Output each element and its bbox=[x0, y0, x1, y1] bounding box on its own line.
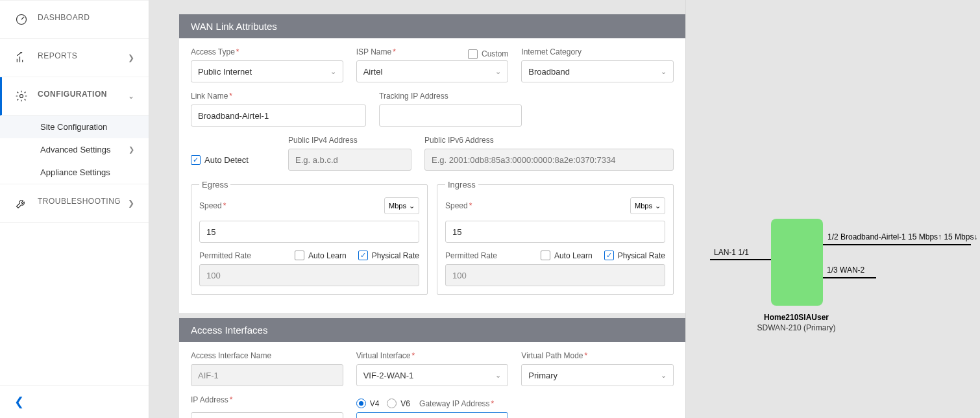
label-ingress-permitted: Permitted Rate bbox=[445, 251, 497, 260]
device-box[interactable] bbox=[771, 219, 823, 306]
nav-configuration-label: CONFIGURATION bbox=[38, 90, 107, 99]
nav-reports-label: REPORTS bbox=[38, 51, 77, 60]
panel-header: Access Interfaces bbox=[179, 318, 685, 342]
nav-configuration[interactable]: CONFIGURATION ⌄ bbox=[0, 77, 149, 116]
panel-access-interfaces: Access Interfaces Access Interface Name … bbox=[179, 318, 685, 418]
input-egress-speed[interactable] bbox=[199, 221, 419, 243]
select-access-type[interactable]: Public Internet ⌄ bbox=[191, 60, 343, 82]
wan1-label: 1/2 Broadband-Airtel-1 15 Mbps↑ 15 Mbps↓ bbox=[827, 232, 977, 241]
input-ingress-speed[interactable] bbox=[445, 221, 665, 243]
select-value: Mbps bbox=[635, 202, 652, 210]
checkbox-icon bbox=[295, 251, 304, 260]
select-value: VIF-2-WAN-1 bbox=[363, 371, 414, 380]
radio-group-ipver: V4 V6 bbox=[356, 399, 410, 408]
wrench-icon bbox=[14, 196, 29, 210]
checkbox-label: Auto Detect bbox=[204, 155, 249, 165]
chevron-right-icon: ❯ bbox=[128, 199, 135, 208]
gear-icon bbox=[14, 89, 29, 103]
label-pub-ipv6: Public IPv6 Address bbox=[424, 136, 674, 145]
input-ip-address[interactable] bbox=[191, 412, 343, 418]
select-value: Primary bbox=[528, 371, 557, 380]
panel-header: WAN Link Attributes bbox=[179, 14, 685, 38]
chevron-down-icon: ⌄ bbox=[128, 92, 135, 101]
nav-reports[interactable]: REPORTS ❯ bbox=[0, 39, 149, 77]
checkbox-ingress-physical[interactable]: Physical Rate bbox=[604, 251, 665, 260]
select-value: Mbps bbox=[389, 202, 406, 210]
dashboard-icon bbox=[14, 12, 29, 27]
input-link-name[interactable] bbox=[191, 104, 366, 127]
topology-diagram: LAN-1 1/1 1/2 Broadband-Airtel-1 15 Mbps… bbox=[685, 0, 980, 418]
label-access-type: Access Type bbox=[191, 47, 343, 56]
chevron-left-icon: ❮ bbox=[14, 395, 24, 408]
subitem-label: Appliance Settings bbox=[40, 167, 110, 177]
select-internet-category[interactable]: Broadband ⌄ bbox=[521, 60, 674, 82]
checkbox-label: Physical Rate bbox=[618, 251, 665, 260]
panel-body: Access Type Public Internet ⌄ ISP Name C… bbox=[179, 38, 685, 313]
checkbox-auto-detect[interactable]: Auto Detect bbox=[191, 155, 249, 165]
label-internet-category: Internet Category bbox=[521, 47, 674, 56]
sidebar-item-site-configuration[interactable]: Site Configuration bbox=[0, 116, 149, 138]
configuration-subitems: Site Configuration Advanced Settings ❯ A… bbox=[0, 116, 149, 184]
label-gateway-ip: Gateway IP Address bbox=[419, 399, 494, 408]
radio-icon bbox=[356, 399, 366, 408]
label-virtual-if: Virtual Interface bbox=[356, 351, 509, 360]
select-value: Public Internet bbox=[198, 67, 252, 77]
panel-body: Access Interface Name Virtual Interface … bbox=[179, 342, 685, 418]
checkbox-custom[interactable]: Custom bbox=[468, 49, 508, 59]
select-virtual-if[interactable]: VIF-2-WAN-1 ⌄ bbox=[356, 364, 509, 386]
input-ingress-permitted bbox=[445, 264, 665, 286]
radio-label: V4 bbox=[370, 399, 380, 408]
radio-icon bbox=[387, 399, 397, 408]
input-pub-ipv6 bbox=[424, 149, 674, 171]
lan-label: LAN-1 1/1 bbox=[714, 248, 749, 257]
caret-down-icon: ⌄ bbox=[655, 202, 661, 210]
select-isp-name[interactable]: Airtel ⌄ bbox=[356, 60, 509, 82]
input-tracking-ip[interactable] bbox=[379, 104, 522, 127]
checkbox-icon bbox=[604, 251, 614, 260]
checkbox-egress-physical[interactable]: Physical Rate bbox=[358, 251, 419, 260]
device-subtitle: SDWAN-210 (Primary) bbox=[731, 323, 861, 332]
caret-down-icon: ⌄ bbox=[661, 371, 667, 380]
checkbox-ingress-autolearn[interactable]: Auto Learn bbox=[541, 251, 593, 260]
sidebar-item-advanced-settings[interactable]: Advanced Settings ❯ bbox=[0, 138, 149, 161]
caret-down-icon: ⌄ bbox=[661, 68, 667, 76]
device-title: Home210SIAUser bbox=[731, 313, 861, 322]
subitem-label: Advanced Settings bbox=[40, 145, 110, 154]
checkbox-egress-autolearn[interactable]: Auto Learn bbox=[295, 251, 347, 260]
caret-down-icon: ⌄ bbox=[409, 202, 415, 210]
fieldset-ingress: Ingress Speed Mbps ⌄ Permitted Rate bbox=[437, 180, 674, 295]
label-isp-name: ISP Name bbox=[356, 47, 396, 56]
sidebar-item-appliance-settings[interactable]: Appliance Settings bbox=[0, 161, 149, 184]
checkbox-label: Custom bbox=[482, 49, 508, 58]
input-egress-permitted bbox=[199, 264, 419, 286]
gutter bbox=[149, 0, 179, 418]
checkbox-label: Auto Learn bbox=[554, 251, 593, 260]
select-egress-unit[interactable]: Mbps ⌄ bbox=[384, 197, 419, 214]
collapse-sidebar-button[interactable]: ❮ bbox=[0, 385, 149, 418]
sidebar: DASHBOARD REPORTS ❯ CONFIGURATION ⌄ Site… bbox=[0, 0, 149, 418]
wan2-label: 1/3 WAN-2 bbox=[827, 265, 864, 275]
label-egress-speed: Speed bbox=[199, 201, 226, 210]
label-ip-address: IP Address bbox=[191, 395, 343, 404]
nav-troubleshooting[interactable]: TROUBLESHOOTING ❯ bbox=[0, 184, 149, 223]
input-gateway-ip[interactable] bbox=[356, 412, 509, 418]
chevron-right-icon: ❯ bbox=[128, 53, 135, 62]
checkbox-label: Physical Rate bbox=[372, 251, 419, 260]
fieldset-egress: Egress Speed Mbps ⌄ Permitted Rate bbox=[191, 180, 428, 295]
select-ingress-unit[interactable]: Mbps ⌄ bbox=[630, 197, 665, 214]
form-area: WAN Link Attributes Access Type Public I… bbox=[179, 0, 685, 418]
nav-dashboard-label: DASHBOARD bbox=[38, 13, 90, 22]
radio-label: V6 bbox=[400, 399, 410, 408]
radio-v4[interactable]: V4 bbox=[356, 399, 380, 408]
nav-dashboard[interactable]: DASHBOARD bbox=[0, 0, 149, 39]
reports-icon bbox=[14, 51, 29, 65]
checkbox-icon bbox=[358, 251, 368, 260]
checkbox-icon bbox=[191, 155, 201, 165]
checkbox-icon bbox=[468, 49, 478, 59]
checkbox-label: Auto Learn bbox=[308, 251, 347, 260]
label-tracking-ip: Tracking IP Address bbox=[379, 92, 522, 101]
select-vpath-mode[interactable]: Primary ⌄ bbox=[521, 364, 674, 386]
label-vpath-mode: Virtual Path Mode bbox=[521, 351, 674, 360]
caret-down-icon: ⌄ bbox=[495, 68, 501, 76]
radio-v6[interactable]: V6 bbox=[387, 399, 410, 408]
